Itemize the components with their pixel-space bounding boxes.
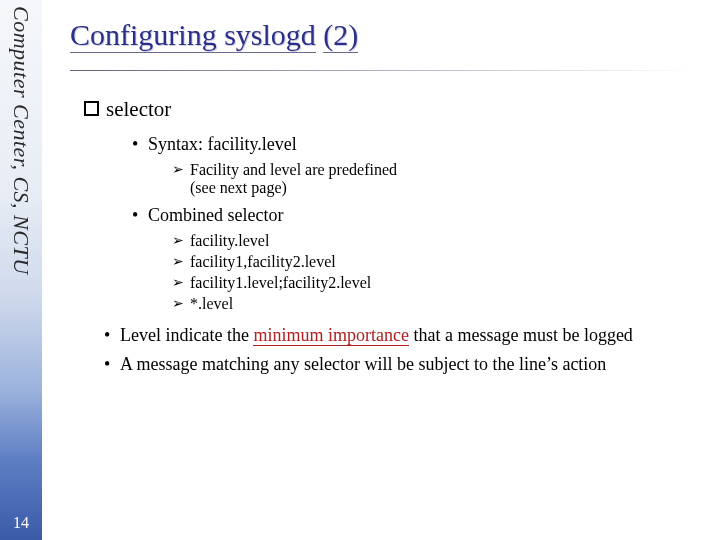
- match-note-item: A message matching any selector will be …: [104, 354, 702, 375]
- syntax-sublist: Facility and level are predefined (see n…: [172, 161, 702, 197]
- combined-item: Combined selector facility.level facilit…: [132, 205, 702, 313]
- selector-notes-list: Level indicate the minimum importance th…: [104, 325, 702, 375]
- syntax-sub1: Facility and level are predefined (see n…: [172, 161, 702, 197]
- match-text: A message matching any selector will be …: [120, 354, 606, 374]
- syntax-sub1-text: Facility and level are predefined: [190, 161, 397, 178]
- sidebar-org-text: Computer Center, CS, NCTU: [8, 6, 34, 275]
- title-rule: [70, 70, 694, 71]
- level-note-item: Level indicate the minimum importance th…: [104, 325, 702, 346]
- top-list: selector Syntax: facility.level Facility…: [84, 97, 702, 375]
- syntax-item: Syntax: facility.level Facility and leve…: [132, 134, 702, 197]
- combined-a: facility.level: [172, 232, 702, 250]
- combined-d: *.level: [172, 295, 702, 313]
- level-post: that a message must be logged: [409, 325, 633, 345]
- level-pre: Level indicate the: [120, 325, 253, 345]
- combined-c: facility1.level;facility2.level: [172, 274, 702, 292]
- combined-sublist: facility.level facility1,facility2.level…: [172, 232, 702, 313]
- combined-heading-text: Combined selector: [148, 205, 283, 225]
- slide-title: Configuring syslogd (2): [70, 18, 702, 52]
- selector-heading-item: selector Syntax: facility.level Facility…: [84, 97, 702, 375]
- page-number: 14: [0, 514, 42, 532]
- sidebar-band: Computer Center, CS, NCTU 14: [0, 0, 42, 540]
- minimum-importance: minimum importance: [253, 325, 408, 346]
- selector-sublist: Syntax: facility.level Facility and leve…: [132, 134, 702, 313]
- combined-b: facility1,facility2.level: [172, 253, 702, 271]
- title-main: Configuring syslogd: [70, 18, 316, 53]
- syntax-sub2-text: (see next page): [190, 179, 287, 196]
- title-suffix: (2): [323, 18, 358, 53]
- syntax-text: Syntax: facility.level: [148, 134, 297, 154]
- selector-heading-text: selector: [106, 97, 171, 121]
- slide-content: Configuring syslogd (2) selector Syntax:…: [62, 0, 702, 385]
